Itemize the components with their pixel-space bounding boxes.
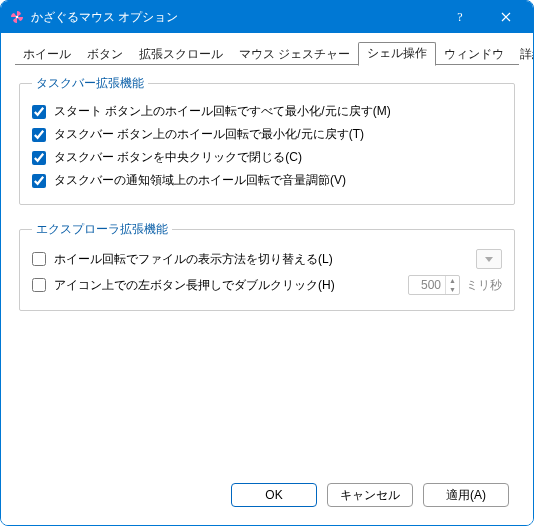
apply-button[interactable]: 適用(A) bbox=[423, 483, 509, 507]
tab-shell[interactable]: シェル操作 bbox=[358, 42, 436, 66]
label-tray-wheel-volume: タスクバーの通知領域上のホイール回転で音量調節(V) bbox=[54, 172, 346, 189]
close-button[interactable] bbox=[483, 1, 529, 33]
svg-point-0 bbox=[16, 16, 19, 19]
label-taskbar-wheel-minimize: タスクバー ボタン上のホイール回転で最小化/元に戻す(T) bbox=[54, 126, 364, 143]
group-explorer-legend: エクスプローラ拡張機能 bbox=[32, 221, 172, 238]
tab-button[interactable]: ボタン bbox=[79, 44, 131, 66]
app-icon bbox=[9, 9, 25, 25]
tab-extscroll[interactable]: 拡張スクロール bbox=[131, 44, 231, 66]
checkbox-tray-wheel-volume[interactable] bbox=[32, 174, 46, 188]
footer-buttons: OK キャンセル 適用(A) bbox=[15, 477, 519, 513]
content-area: ホイール ボタン 拡張スクロール マウス ジェスチャー シェル操作 ウィンドウ … bbox=[1, 33, 533, 525]
spinner-up[interactable]: ▲ bbox=[446, 276, 459, 285]
cancel-button[interactable]: キャンセル bbox=[327, 483, 413, 507]
tab-gesture[interactable]: マウス ジェスチャー bbox=[231, 44, 358, 66]
titlebar: かざぐるマウス オプション ? bbox=[1, 1, 533, 33]
tab-wheel[interactable]: ホイール bbox=[15, 44, 79, 66]
group-taskbar-legend: タスクバー拡張機能 bbox=[32, 75, 148, 92]
tab-window[interactable]: ウィンドウ bbox=[436, 44, 512, 66]
checkbox-taskbar-wheel-minimize[interactable] bbox=[32, 128, 46, 142]
tab-body: タスクバー拡張機能 スタート ボタン上のホイール回転ですべて最小化/元に戻す(M… bbox=[15, 64, 519, 477]
dialog-window: かざぐるマウス オプション ? ホイール ボタン 拡張スクロール マウス ジェス… bbox=[0, 0, 534, 526]
checkbox-start-wheel-minimize[interactable] bbox=[32, 105, 46, 119]
ok-button[interactable]: OK bbox=[231, 483, 317, 507]
spinner-input[interactable] bbox=[409, 278, 445, 292]
tab-detail[interactable]: 詳細 bbox=[512, 44, 534, 66]
label-longpress-dblclick: アイコン上での左ボタン長押しでダブルクリック(H) bbox=[54, 277, 335, 294]
checkbox-longpress-dblclick[interactable] bbox=[32, 278, 46, 292]
group-explorer: エクスプローラ拡張機能 ホイール回転でファイルの表示方法を切り替える(L) アイ… bbox=[19, 221, 515, 311]
dropdown-viewmode[interactable] bbox=[476, 249, 502, 269]
label-wheel-viewmode: ホイール回転でファイルの表示方法を切り替える(L) bbox=[54, 251, 333, 268]
svg-text:?: ? bbox=[457, 11, 462, 23]
spinner-suffix: ミリ秒 bbox=[466, 277, 502, 294]
group-taskbar: タスクバー拡張機能 スタート ボタン上のホイール回転ですべて最小化/元に戻す(M… bbox=[19, 75, 515, 205]
label-taskbar-middleclick-close: タスクバー ボタンを中央クリックで閉じる(C) bbox=[54, 149, 302, 166]
spinner-down[interactable]: ▼ bbox=[446, 285, 459, 294]
label-start-wheel-minimize: スタート ボタン上のホイール回転ですべて最小化/元に戻す(M) bbox=[54, 103, 391, 120]
window-title: かざぐるマウス オプション bbox=[31, 9, 437, 26]
tabs-bar: ホイール ボタン 拡張スクロール マウス ジェスチャー シェル操作 ウィンドウ … bbox=[15, 43, 519, 65]
checkbox-taskbar-middleclick-close[interactable] bbox=[32, 151, 46, 165]
checkbox-wheel-viewmode[interactable] bbox=[32, 252, 46, 266]
help-button[interactable]: ? bbox=[437, 1, 483, 33]
spinner-longpress-ms[interactable]: ▲ ▼ bbox=[408, 275, 460, 295]
